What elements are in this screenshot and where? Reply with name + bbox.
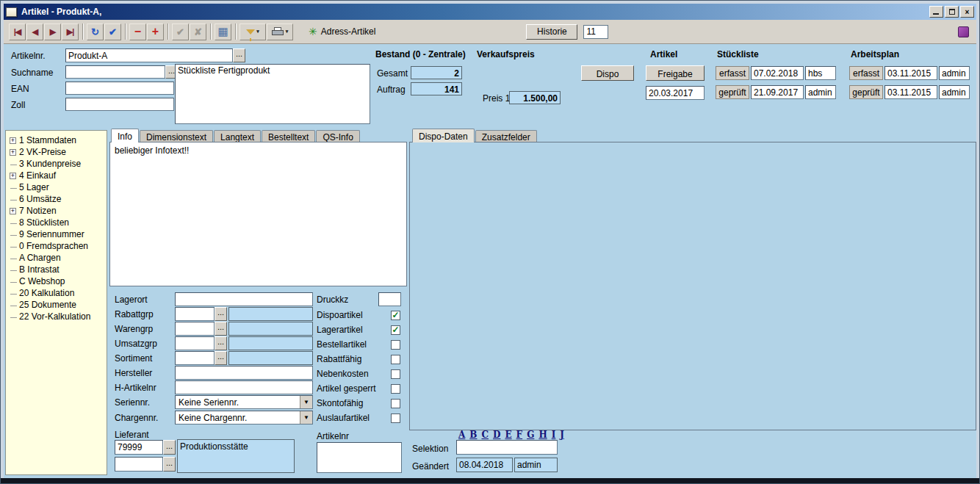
alpha-index-letter[interactable]: C (481, 430, 489, 440)
filter-button[interactable]: ▾ (239, 24, 266, 40)
alpha-index-letter[interactable]: J (560, 430, 564, 440)
stueckliste-geprueft-date[interactable] (751, 85, 804, 99)
tree-expand-icon[interactable]: + (10, 137, 16, 144)
lieferant-nr2-input[interactable] (115, 457, 163, 472)
artikelnr-lookup-button[interactable]: ... (233, 48, 245, 62)
sidebar-item-seriennummer[interactable]: 9 Seriennummer (6, 228, 107, 240)
seriennr-select[interactable]: Keine Seriennr.▼ (175, 395, 313, 409)
alpha-index-letter[interactable]: G (527, 430, 534, 440)
alpha-index-letter[interactable]: H (538, 430, 547, 440)
artikel-gesperrt-checkbox[interactable] (391, 384, 400, 394)
arbeitsplan-geprueft-date[interactable] (884, 85, 937, 99)
rabattgrp-lookup-button[interactable]: ... (215, 307, 227, 321)
stueckliste-geprueft-button[interactable]: geprüft (716, 85, 749, 99)
nav-prev-button[interactable]: ◀ (26, 24, 43, 40)
tab-dispo-daten[interactable]: Dispo-Daten (412, 129, 475, 142)
sidebar-item-fremdsprachen[interactable]: 0 Fremdsprachen (6, 240, 107, 252)
lagerartikel-checkbox[interactable]: ✓ (391, 325, 400, 335)
nav-last-button[interactable]: ▶| (62, 24, 79, 40)
cancel-button[interactable]: ✘ (190, 24, 206, 40)
artikelnr-input[interactable] (65, 48, 233, 62)
add-record-button[interactable]: + (147, 24, 164, 40)
alpha-index-letter[interactable]: I (552, 430, 556, 440)
sidebar-item-vor-kalkulation[interactable]: 22 Vor-Kalkulation (6, 311, 107, 322)
lagerort-input[interactable] (175, 292, 313, 306)
close-button[interactable]: × (960, 6, 974, 18)
suchname-input[interactable] (65, 65, 165, 79)
warengrp-lookup-button[interactable]: ... (215, 322, 227, 336)
chargennr-select[interactable]: Keine Chargennr.▼ (175, 411, 313, 425)
nav-next-button[interactable]: ▶ (44, 24, 61, 40)
warengrp-code-input[interactable] (175, 322, 215, 336)
sidebar-item-stuecklisten[interactable]: 8 Stücklisten (6, 217, 107, 228)
alpha-index-letter[interactable]: D (493, 430, 500, 440)
skontofaehig-checkbox[interactable] (391, 399, 400, 408)
historie-button[interactable]: Historie (526, 24, 577, 40)
bestellartikel-checkbox[interactable] (391, 340, 400, 350)
print-button[interactable]: ▾ (267, 24, 293, 40)
rabattfaehig-checkbox[interactable] (391, 355, 400, 364)
tab-qs-info[interactable]: QS-Info (316, 130, 359, 142)
ean-input[interactable] (65, 82, 174, 95)
minimize-button[interactable] (929, 6, 943, 18)
description-textarea[interactable]: Stückliste Fertigprodukt (175, 64, 370, 124)
tree-expand-icon[interactable]: + (10, 208, 16, 214)
tree-expand-icon[interactable]: + (10, 173, 16, 179)
sidebar-item-webshop[interactable]: C Webshop (6, 275, 107, 287)
refresh-button[interactable]: ↻ (87, 24, 104, 40)
dispo-button[interactable]: Dispo (581, 65, 634, 81)
druckkz-input[interactable] (378, 292, 401, 306)
sidebar-item-lager[interactable]: 5 Lager (6, 181, 107, 193)
nebenkosten-checkbox[interactable] (391, 369, 400, 379)
tab-dimensionstext[interactable]: Dimensionstext (140, 130, 213, 142)
record-counter-input[interactable] (583, 25, 608, 39)
sidebar-item-kundenpreise[interactable]: 3 Kundenpreise (6, 158, 107, 170)
hersteller-input[interactable] (175, 366, 313, 380)
h-artikelnr-input[interactable] (175, 380, 313, 394)
sortiment-code-input[interactable] (175, 351, 215, 365)
stueckliste-geprueft-user[interactable] (805, 85, 836, 99)
artikel-freigabe-date[interactable] (646, 86, 705, 100)
arbeitsplan-erfasst-date[interactable] (884, 66, 937, 80)
restore-button[interactable] (945, 6, 959, 18)
arbeitsplan-erfasst-user[interactable] (939, 66, 970, 80)
tab-info[interactable]: Info (111, 129, 139, 142)
nav-first-button[interactable]: |◀ (9, 24, 26, 40)
sidebar-item-umsaetze[interactable]: 6 Umsätze (6, 193, 107, 205)
freigabe-button[interactable]: Freigabe (646, 65, 705, 81)
zoll-input[interactable] (65, 98, 174, 111)
sidebar-item-intrastat[interactable]: B Intrastat (6, 264, 107, 275)
lieferant-lookup2-button[interactable]: ... (163, 457, 176, 472)
alpha-index-letter[interactable]: B (469, 430, 477, 440)
artikelnr-list-input[interactable] (317, 442, 402, 473)
arbeitsplan-geprueft-user[interactable] (939, 85, 970, 99)
tab-langtext[interactable]: Langtext (214, 130, 261, 142)
sidebar-item-einkauf[interactable]: +4 Einkauf (6, 170, 107, 181)
selektion-input[interactable] (456, 440, 558, 455)
sidebar-item-chargen[interactable]: A Chargen (6, 252, 107, 264)
info-content[interactable]: beliebiger Infotext!! (109, 142, 407, 286)
arbeitsplan-geprueft-button[interactable]: geprüft (849, 85, 883, 99)
lieferant-nr-input[interactable] (115, 440, 163, 455)
tab-bestelltext[interactable]: Bestelltext (262, 130, 315, 142)
arbeitsplan-erfasst-button[interactable]: erfasst (849, 66, 883, 80)
stueckliste-erfasst-date[interactable] (751, 66, 804, 80)
sidebar-item-kalkulation[interactable]: 20 Kalkulation (6, 287, 107, 299)
ok-button[interactable]: ✔ (172, 24, 189, 40)
rabattgrp-code-input[interactable] (175, 307, 215, 321)
chevron-down-icon[interactable]: ▼ (300, 411, 312, 424)
alpha-index-letter[interactable]: F (516, 430, 523, 440)
sidebar-item-dokumente[interactable]: 25 Dokumente (6, 299, 107, 311)
stueckliste-erfasst-user[interactable] (805, 66, 836, 80)
tree-expand-icon[interactable]: + (10, 149, 16, 156)
chevron-down-icon[interactable]: ▼ (300, 396, 312, 408)
alpha-index-letter[interactable]: E (505, 430, 511, 440)
tab-zusatzfelder[interactable]: Zusatzfelder (475, 130, 537, 142)
commit-button[interactable]: ✔ (104, 24, 121, 40)
sortiment-lookup-button[interactable]: ... (215, 351, 227, 365)
sidebar-item-vk-preise[interactable]: +2 VK-Preise (6, 146, 107, 158)
sidebar-item-notizen[interactable]: +7 Notizen (6, 205, 107, 217)
sidebar-item-stammdaten[interactable]: +1 Stammdaten (6, 134, 107, 146)
auslaufartikel-checkbox[interactable] (391, 413, 400, 423)
dispoartikel-checkbox[interactable]: ✓ (391, 311, 400, 320)
